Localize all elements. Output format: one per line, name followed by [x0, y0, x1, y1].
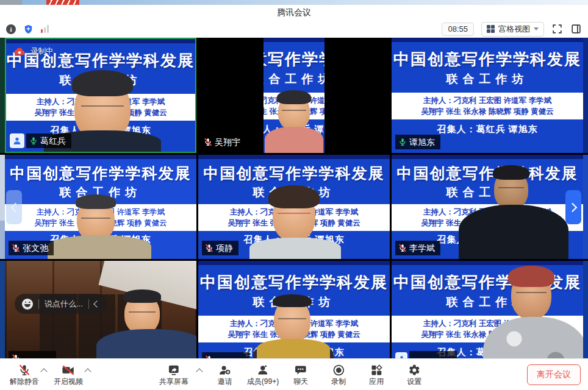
share-options-caret[interactable]	[196, 368, 203, 375]
video-tile[interactable]: 中国创意写作学学科发展 联合工作坊 主持人：刁克利 王宏图 许道军 李学斌 吴翔…	[198, 38, 390, 153]
chat-button[interactable]: 聊天	[285, 363, 317, 386]
chevron-left-icon[interactable]	[93, 300, 100, 307]
participant-body	[257, 339, 330, 360]
video-tile[interactable]: 中国创意写作学学科发展 联合工作坊 主持人：刁克利 王宏图 许道军 李学斌 吴翔…	[392, 38, 583, 153]
record-icon	[332, 363, 345, 377]
chevron-down-icon	[534, 27, 539, 30]
quick-chat-input[interactable]: 说点什么...	[15, 294, 107, 314]
emoji-icon[interactable]	[22, 299, 33, 310]
mic-muted-icon	[398, 243, 407, 253]
previous-page-button[interactable]	[6, 190, 22, 224]
apps-button[interactable]: 应用	[360, 363, 392, 386]
invite-icon	[218, 363, 232, 377]
divider	[88, 299, 89, 309]
share-screen-button[interactable]: 共享屏幕	[158, 363, 190, 386]
record-button[interactable]: 录制	[323, 363, 354, 386]
participant-silhouette	[274, 299, 310, 342]
window-titlebar: 腾讯会议	[0, 5, 588, 21]
members-icon	[256, 363, 270, 377]
invite-button[interactable]: 邀请	[209, 363, 241, 386]
name-label: 谭旭东	[395, 135, 440, 149]
participant-silhouette	[273, 190, 315, 241]
microphone-muted-icon	[18, 363, 30, 377]
gear-icon	[408, 363, 421, 377]
name-label: 张文弛	[9, 241, 54, 255]
mic-on-icon	[398, 137, 407, 147]
adjacent-page-sliver	[583, 38, 588, 390]
participant-body	[249, 238, 341, 259]
video-tile[interactable]: 中国创意写作学学科发展 联合工作坊 主持人：刁克利 王宏图 许道军 李学斌 吴翔…	[5, 155, 196, 259]
network-signal-icon[interactable]	[41, 25, 49, 33]
adjacent-page-sliver	[0, 38, 5, 390]
participant-silhouette	[278, 94, 310, 130]
participant-silhouette	[124, 294, 160, 334]
start-video-button[interactable]: 开启视频	[52, 363, 84, 386]
fullscreen-icon[interactable]	[551, 23, 563, 35]
avatar-icon	[10, 133, 24, 148]
divider	[38, 299, 39, 309]
chevron-left-icon	[10, 202, 20, 212]
participant-body	[265, 127, 323, 153]
camera-muted-icon	[61, 363, 76, 377]
share-screen-icon	[167, 363, 181, 377]
next-page-button[interactable]	[565, 190, 581, 224]
view-mode-dropdown[interactable]: 宫格视图	[481, 22, 544, 37]
meeting-top-toolbar: i 08:55 宫格视图	[0, 21, 588, 38]
meeting-info-icon[interactable]: i	[6, 24, 16, 34]
mic-options-caret[interactable]	[40, 368, 47, 375]
portrait-video: 中国创意写作学学科发展 联合工作坊 主持人：刁克利 王宏图 许道军 李学斌 吴翔…	[264, 38, 324, 153]
unmute-button[interactable]: 解除静音	[9, 363, 40, 386]
mic-muted-icon	[205, 243, 213, 253]
side-panel-icon[interactable]	[570, 23, 582, 35]
video-tile[interactable]: 中国创意写作学学科发展 联合工作坊 主持人：刁克利 王宏图 许道军 李学斌 吴翔…	[5, 38, 196, 153]
chat-icon	[294, 363, 307, 377]
mic-muted-icon	[12, 243, 20, 253]
security-shield-icon[interactable]	[23, 24, 34, 35]
view-mode-label: 宫格视图	[498, 24, 530, 35]
video-tile[interactable]: 中国创意写作学学科发展 联合工作坊 主持人：刁克利 王宏图 许道军 李学斌 吴翔…	[198, 155, 390, 259]
name-label: 吴翔宇	[201, 135, 246, 149]
meeting-timer: 08:55	[442, 23, 474, 36]
chevron-right-icon	[567, 202, 577, 212]
meeting-bottom-toolbar: 解除静音 开启视频 共享屏幕	[0, 358, 588, 390]
members-button[interactable]: 成员(99+)	[247, 363, 279, 386]
cloud-record-icon	[13, 47, 26, 56]
participant-body	[48, 235, 151, 259]
leave-meeting-button[interactable]: 离开会议	[527, 364, 581, 385]
chat-placeholder[interactable]: 说点什么...	[45, 299, 83, 310]
video-options-caret[interactable]	[84, 368, 91, 375]
app-title: 腾讯会议	[277, 7, 311, 18]
background-window-strip	[0, 0, 588, 5]
participant-silhouette	[494, 169, 528, 210]
name-label: 葛红兵	[26, 133, 71, 148]
mic-on-icon	[29, 136, 38, 146]
video-tile[interactable]: 中国创意写作学学科发展 联合工作坊 主持人：刁克利 王宏图 许道军 李学斌 吴翔…	[392, 155, 583, 259]
mic-muted-icon	[204, 137, 212, 147]
apps-icon	[370, 363, 383, 377]
participant-silhouette	[511, 271, 551, 319]
participant-body	[459, 205, 568, 259]
name-label: 项静	[202, 241, 238, 255]
video-grid: 中国创意写作学学科发展 联合工作坊 主持人：刁克利 王宏图 许道军 李学斌 吴翔…	[0, 38, 588, 390]
recording-label: 录制中	[30, 46, 54, 57]
settings-button[interactable]: 设置	[398, 363, 430, 386]
name-label: 李学斌	[395, 241, 440, 255]
recording-badge: 录制中	[13, 46, 54, 57]
grid-view-icon	[487, 25, 495, 33]
